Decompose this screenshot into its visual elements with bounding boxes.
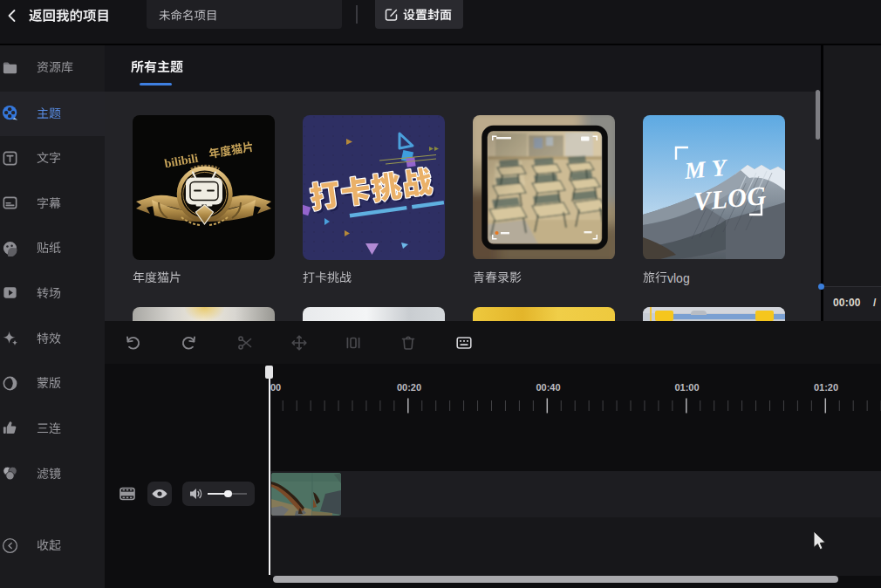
svg-text:VLOG: VLOG <box>693 181 768 215</box>
svg-text:MY: MY <box>683 154 734 184</box>
